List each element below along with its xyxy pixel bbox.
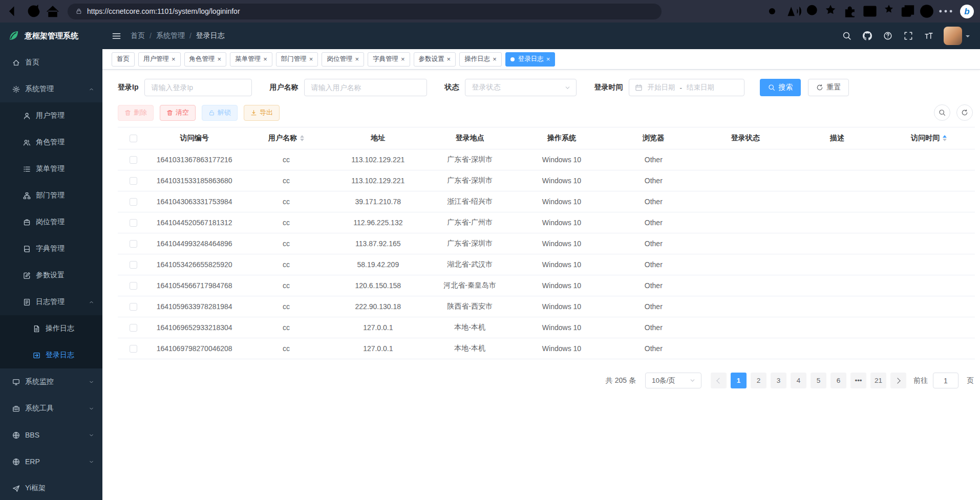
close-icon[interactable]: × (447, 56, 451, 62)
favorite-star-icon[interactable] (823, 3, 841, 20)
login-ip-input[interactable] (144, 79, 252, 96)
row-checkbox[interactable] (130, 345, 137, 353)
close-icon[interactable]: × (401, 56, 405, 62)
delete-button[interactable]: 删除 (118, 105, 154, 121)
sidebar-item-operation-log[interactable]: 操作日志 (0, 315, 102, 342)
more-pages-button[interactable]: ••• (850, 373, 866, 388)
row-checkbox[interactable] (130, 156, 137, 164)
tab-dict-manage[interactable]: 字典管理× (368, 52, 410, 67)
row-checkbox[interactable] (130, 324, 137, 332)
show-search-button[interactable] (934, 104, 950, 121)
sidebar-item-login-log[interactable]: 登录日志 (0, 342, 102, 368)
close-icon[interactable]: × (263, 56, 267, 62)
row-checkbox[interactable] (130, 177, 137, 185)
bing-chat-icon[interactable]: b (960, 5, 974, 18)
close-icon[interactable]: × (493, 56, 497, 62)
tab-user-manage[interactable]: 用户管理× (138, 52, 181, 67)
breadcrumb-item-home[interactable]: 首页 (131, 31, 145, 40)
close-icon[interactable]: × (309, 56, 313, 62)
refresh-table-button[interactable] (956, 104, 973, 121)
sidebar-item-post-manage[interactable]: 岗位管理 (0, 209, 102, 235)
question-icon[interactable] (883, 31, 892, 40)
key-icon[interactable] (766, 3, 784, 20)
select-all-checkbox[interactable] (130, 135, 137, 142)
page-size-select[interactable]: 10条/页 (645, 373, 701, 388)
tab-menu-manage[interactable]: 菜单管理× (230, 52, 272, 67)
page-button-3[interactable]: 3 (771, 373, 786, 388)
sidebar-item-system-manage[interactable]: 系统管理 (0, 76, 102, 102)
column-header-time[interactable]: 访问时间 (883, 127, 975, 149)
read-aloud-icon[interactable] (785, 3, 803, 20)
tab-param-settings[interactable]: 参数设置× (414, 52, 456, 67)
row-checkbox[interactable] (130, 282, 137, 290)
zoom-out-icon[interactable] (804, 3, 822, 20)
search-button[interactable]: 搜索 (760, 79, 801, 96)
font-size-icon[interactable] (924, 31, 933, 40)
sidebar-item-yi-framework[interactable]: Yi框架 (0, 475, 102, 500)
user-avatar[interactable] (944, 27, 962, 45)
page-button-21[interactable]: 21 (870, 373, 886, 388)
sidebar-item-param-settings[interactable]: 参数设置 (0, 262, 102, 289)
row-checkbox[interactable] (130, 219, 137, 227)
sort-carets-icon[interactable] (300, 135, 304, 141)
export-button[interactable]: 导出 (244, 105, 280, 121)
reset-button[interactable]: 重置 (808, 79, 849, 96)
sidebar-item-erp[interactable]: ERP (0, 448, 102, 475)
sidebar-item-user-manage[interactable]: 用户管理 (0, 102, 102, 129)
prev-page-button[interactable] (711, 373, 727, 388)
sidebar-item-dept-manage[interactable]: 部门管理 (0, 182, 102, 209)
sidebar-item-system-monitor[interactable]: 系统监控 (0, 368, 102, 395)
hamburger-icon[interactable] (112, 31, 121, 41)
tab-operation-log[interactable]: 操作日志× (459, 52, 502, 67)
sort-carets-icon[interactable] (943, 135, 947, 141)
sidebar-item-home[interactable]: 首页 (0, 49, 102, 76)
back-icon[interactable] (6, 3, 24, 20)
search-icon[interactable] (842, 31, 851, 40)
next-page-button[interactable] (890, 373, 906, 388)
tab-login-log[interactable]: 登录日志× (505, 52, 556, 67)
sidebar-item-role-manage[interactable]: 角色管理 (0, 129, 102, 156)
goto-page-input[interactable] (933, 373, 958, 388)
status-select[interactable]: 登录状态 (465, 79, 577, 96)
column-header-user[interactable]: 用户名称 (240, 127, 332, 149)
row-checkbox[interactable] (130, 240, 137, 248)
page-button-5[interactable]: 5 (811, 373, 826, 388)
close-icon[interactable]: × (355, 56, 359, 62)
row-checkbox[interactable] (130, 261, 137, 269)
tab-dept-manage[interactable]: 部门管理× (276, 52, 318, 67)
profile-icon[interactable] (918, 3, 935, 20)
tab-role-manage[interactable]: 角色管理× (184, 52, 227, 67)
close-icon[interactable]: × (172, 56, 176, 62)
sidebar-item-menu-manage[interactable]: 菜单管理 (0, 156, 102, 182)
more-ellipsis-icon[interactable] (937, 3, 954, 20)
page-button-4[interactable]: 4 (791, 373, 806, 388)
refresh-icon[interactable] (25, 3, 42, 20)
unlock-button[interactable]: 解锁 (202, 105, 238, 121)
extensions-icon[interactable] (842, 3, 860, 20)
collections-icon[interactable] (899, 3, 917, 20)
sidebar-item-dict-manage[interactable]: 字典管理 (0, 235, 102, 262)
page-button-1[interactable]: 1 (731, 373, 747, 388)
user-menu[interactable] (944, 27, 970, 45)
github-icon[interactable] (863, 31, 872, 40)
close-icon[interactable]: × (218, 56, 222, 62)
page-button-6[interactable]: 6 (830, 373, 846, 388)
page-button-2[interactable]: 2 (751, 373, 766, 388)
split-screen-icon[interactable] (861, 3, 879, 20)
sidebar-item-bbs[interactable]: BBS (0, 422, 102, 448)
avatar-caret-icon[interactable] (966, 35, 970, 39)
favorites-bar-icon[interactable] (880, 3, 898, 20)
address-bar[interactable]: https://ccnetcore.com:1101/system/log/lo… (68, 4, 662, 19)
sidebar-item-log-manage[interactable]: 日志管理 (0, 289, 102, 315)
sidebar-item-system-tools[interactable]: 系统工具 (0, 395, 102, 422)
tab-home[interactable]: 首页 (112, 52, 135, 67)
clear-button[interactable]: 清空 (160, 105, 196, 121)
login-time-range-picker[interactable]: 开始日期 - 结束日期 (629, 79, 744, 96)
row-checkbox[interactable] (130, 303, 137, 311)
user-name-input[interactable] (304, 79, 427, 96)
tab-post-manage[interactable]: 岗位管理× (322, 52, 364, 67)
close-icon[interactable]: × (546, 56, 550, 62)
home-icon[interactable] (44, 3, 61, 20)
breadcrumb-item-system[interactable]: 系统管理 (156, 31, 185, 40)
row-checkbox[interactable] (130, 198, 137, 206)
